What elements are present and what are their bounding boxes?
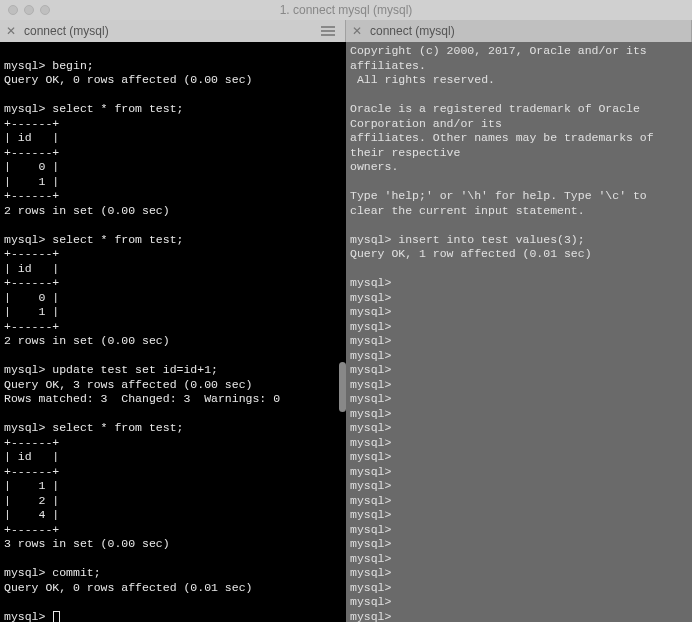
terminal-line: owners. — [350, 160, 688, 175]
terminal-line: +------+ — [4, 320, 342, 335]
terminal-pane-right[interactable]: Copyright (c) 2000, 2017, Oracle and/or … — [346, 42, 692, 622]
terminal-line: mysql> — [350, 334, 688, 349]
terminal-output[interactable]: Copyright (c) 2000, 2017, Oracle and/or … — [346, 42, 692, 622]
terminal-line: mysql> — [350, 392, 688, 407]
tab-bar: ✕ connect (mysql) ✕ connect (mysql) — [0, 20, 692, 42]
terminal-line: mysql> — [350, 508, 688, 523]
cursor-icon — [53, 611, 60, 623]
terminal-line — [4, 349, 342, 364]
tab-label: connect (mysql) — [24, 24, 109, 38]
terminal-line: mysql> — [350, 465, 688, 480]
terminal-line: mysql> — [350, 436, 688, 451]
terminal-line: mysql> — [4, 610, 342, 623]
terminal-line: mysql> — [350, 291, 688, 306]
terminal-line: mysql> — [350, 407, 688, 422]
terminal-line: Query OK, 3 rows affected (0.00 sec) — [4, 378, 342, 393]
close-icon[interactable]: ✕ — [6, 24, 18, 38]
terminal-line: Rows matched: 3 Changed: 3 Warnings: 0 — [4, 392, 342, 407]
terminal-line: mysql> commit; — [4, 566, 342, 581]
terminal-line: Type 'help;' or '\h' for help. Type '\c'… — [350, 189, 688, 218]
close-window-icon[interactable] — [8, 5, 18, 15]
terminal-line: mysql> — [350, 320, 688, 335]
hamburger-icon[interactable] — [321, 26, 335, 36]
terminal-line: 2 rows in set (0.00 sec) — [4, 204, 342, 219]
terminal-line: | 1 | — [4, 479, 342, 494]
terminal-line: +------+ — [4, 523, 342, 538]
terminal-line: | 0 | — [4, 160, 342, 175]
terminal-line: +------+ — [4, 247, 342, 262]
terminal-line: | 2 | — [4, 494, 342, 509]
terminal-line — [4, 88, 342, 103]
terminal-line: mysql> select * from test; — [4, 421, 342, 436]
split-view: mysql> begin;Query OK, 0 rows affected (… — [0, 42, 692, 622]
scrollbar-thumb[interactable] — [339, 362, 346, 412]
terminal-line — [4, 407, 342, 422]
terminal-line: mysql> — [350, 494, 688, 509]
terminal-line: mysql> — [350, 378, 688, 393]
terminal-line: mysql> — [350, 581, 688, 596]
terminal-line: mysql> — [350, 523, 688, 538]
terminal-line: mysql> — [350, 552, 688, 567]
window-titlebar: 1. connect mysql (mysql) — [0, 0, 692, 20]
terminal-line: Query OK, 0 rows affected (0.00 sec) — [4, 73, 342, 88]
prompt: mysql> — [4, 610, 52, 623]
terminal-line: mysql> — [350, 610, 688, 623]
terminal-line: mysql> select * from test; — [4, 102, 342, 117]
terminal-line: +------+ — [4, 117, 342, 132]
terminal-line: mysql> — [350, 305, 688, 320]
terminal-line — [4, 44, 342, 59]
terminal-line: | 4 | — [4, 508, 342, 523]
terminal-line: mysql> — [350, 450, 688, 465]
terminal-line: mysql> insert into test values(3); — [350, 233, 688, 248]
terminal-line: All rights reserved. — [350, 73, 688, 88]
terminal-line: mysql> select * from test; — [4, 233, 342, 248]
window-controls — [8, 5, 50, 15]
terminal-line: mysql> — [350, 363, 688, 378]
terminal-line: | id | — [4, 131, 342, 146]
terminal-line — [350, 218, 688, 233]
terminal-line: mysql> — [350, 595, 688, 610]
terminal-line — [4, 595, 342, 610]
terminal-line — [350, 88, 688, 103]
terminal-line: | id | — [4, 262, 342, 277]
terminal-line: +------+ — [4, 189, 342, 204]
window-title: 1. connect mysql (mysql) — [0, 3, 692, 17]
terminal-line: | 1 | — [4, 305, 342, 320]
terminal-line: 3 rows in set (0.00 sec) — [4, 537, 342, 552]
terminal-line: mysql> begin; — [4, 59, 342, 74]
close-icon[interactable]: ✕ — [352, 24, 364, 38]
terminal-line — [4, 552, 342, 567]
zoom-window-icon[interactable] — [40, 5, 50, 15]
tab-right[interactable]: ✕ connect (mysql) — [346, 20, 692, 42]
terminal-line: 2 rows in set (0.00 sec) — [4, 334, 342, 349]
terminal-line: mysql> — [350, 276, 688, 291]
minimize-window-icon[interactable] — [24, 5, 34, 15]
terminal-line: Oracle is a registered trademark of Orac… — [350, 102, 688, 131]
terminal-line: mysql> update test set id=id+1; — [4, 363, 342, 378]
terminal-line: mysql> — [350, 537, 688, 552]
terminal-line: mysql> — [350, 421, 688, 436]
terminal-line: +------+ — [4, 465, 342, 480]
terminal-line: mysql> — [350, 349, 688, 364]
terminal-line: Query OK, 1 row affected (0.01 sec) — [350, 247, 688, 262]
tab-label: connect (mysql) — [370, 24, 455, 38]
terminal-line — [350, 262, 688, 277]
terminal-line — [4, 218, 342, 233]
terminal-line: +------+ — [4, 146, 342, 161]
tab-left[interactable]: ✕ connect (mysql) — [0, 20, 346, 42]
terminal-output[interactable]: mysql> begin;Query OK, 0 rows affected (… — [0, 42, 346, 622]
terminal-line: +------+ — [4, 276, 342, 291]
terminal-line: affiliates. Other names may be trademark… — [350, 131, 688, 160]
terminal-line: mysql> — [350, 479, 688, 494]
terminal-line: | id | — [4, 450, 342, 465]
terminal-line: | 0 | — [4, 291, 342, 306]
terminal-line: Copyright (c) 2000, 2017, Oracle and/or … — [350, 44, 688, 73]
terminal-line: mysql> — [350, 566, 688, 581]
terminal-line: | 1 | — [4, 175, 342, 190]
terminal-line — [350, 175, 688, 190]
terminal-pane-left[interactable]: mysql> begin;Query OK, 0 rows affected (… — [0, 42, 346, 622]
terminal-line: +------+ — [4, 436, 342, 451]
terminal-line: Query OK, 0 rows affected (0.01 sec) — [4, 581, 342, 596]
